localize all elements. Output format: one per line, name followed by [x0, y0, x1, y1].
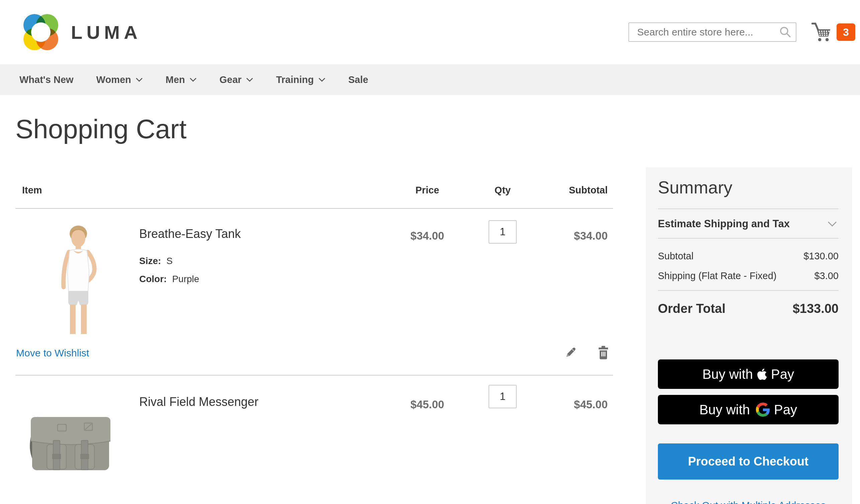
- product-name-link[interactable]: Rival Field Messenger: [139, 395, 258, 409]
- summary-shipping-value: $3.00: [814, 270, 838, 282]
- nav-item-women[interactable]: Women: [96, 74, 143, 85]
- nav-item-men[interactable]: Men: [166, 74, 197, 85]
- nav-item-label: Sale: [348, 74, 369, 85]
- buy-with-google-pay-button[interactable]: Buy with Pay: [658, 395, 838, 424]
- summary-subtotal-value: $130.00: [803, 251, 838, 262]
- minicart-button[interactable]: 3: [811, 22, 855, 42]
- cart-item-row: Rival Field Messenger $45.00 $45.00: [15, 375, 613, 504]
- chevron-down-icon: [135, 77, 143, 82]
- nav-item-label: Training: [276, 74, 314, 85]
- column-header-item: Item: [15, 185, 389, 196]
- nav-item-training[interactable]: Training: [276, 74, 326, 85]
- product-image-breathe-easy-tank[interactable]: [19, 220, 116, 335]
- estimate-shipping-toggle[interactable]: Estimate Shipping and Tax: [658, 209, 838, 238]
- product-photo-bag: [19, 385, 116, 504]
- item-subtotal: $45.00: [574, 398, 608, 411]
- nav-item-label: Women: [96, 74, 131, 85]
- nav-item-label: Men: [166, 74, 185, 85]
- qty-input[interactable]: [489, 220, 517, 244]
- item-subtotal: $34.00: [574, 230, 608, 242]
- qty-input[interactable]: [489, 385, 517, 408]
- trash-icon: [597, 345, 610, 359]
- column-header-price: Price: [389, 185, 466, 196]
- summary-subtotal-row: Subtotal $130.00: [658, 239, 838, 262]
- chevron-down-icon: [189, 77, 197, 82]
- nav-item-gear[interactable]: Gear: [219, 74, 253, 85]
- item-options: Size: S Color: Purple: [139, 256, 241, 285]
- pencil-icon: [564, 346, 577, 359]
- search-submit-button[interactable]: [779, 26, 792, 40]
- proceed-to-checkout-button[interactable]: Proceed to Checkout: [658, 443, 838, 479]
- multi-address-checkout-link[interactable]: Check Out with Multiple Addresses: [658, 500, 838, 504]
- buy-with-apple-pay-button[interactable]: Buy with Pay: [658, 359, 838, 389]
- order-total-value: $133.00: [793, 302, 838, 316]
- product-photo-tank: [19, 220, 116, 334]
- summary-title: Summary: [658, 177, 838, 198]
- chevron-down-icon: [318, 77, 326, 82]
- search-icon: [779, 26, 792, 39]
- product-name-link[interactable]: Breathe-Easy Tank: [139, 227, 241, 241]
- move-to-wishlist-link[interactable]: Move to Wishlist: [16, 347, 89, 359]
- item-actions-row: Move to Wishlist: [15, 335, 613, 375]
- summary-shipping-label: Shipping (Flat Rate - Fixed): [658, 270, 777, 282]
- search-box: [628, 23, 797, 42]
- cart-count-badge: 3: [836, 24, 855, 41]
- summary-subtotal-label: Subtotal: [658, 251, 693, 262]
- order-total-label: Order Total: [658, 302, 726, 316]
- main-nav: What's New Women Men Gear Training Sale: [0, 64, 860, 95]
- option-label: Color:: [139, 274, 167, 285]
- chevron-down-icon: [827, 221, 837, 227]
- option-value: S: [166, 256, 173, 267]
- luma-logo-icon: [19, 11, 62, 54]
- search-input[interactable]: [628, 23, 797, 42]
- nav-item-sale[interactable]: Sale: [348, 74, 369, 85]
- store-logo-link[interactable]: LUMA: [19, 11, 142, 54]
- nav-item-whats-new[interactable]: What's New: [19, 74, 74, 85]
- cart-item-row: Breathe-Easy Tank Size: S Color: Purple: [15, 209, 613, 335]
- column-header-subtotal: Subtotal: [540, 185, 613, 196]
- summary-shipping-row: Shipping (Flat Rate - Fixed) $3.00: [658, 262, 838, 282]
- item-price: $34.00: [411, 230, 444, 242]
- main-content: Shopping Cart Item Price Qty Subtotal: [0, 114, 860, 504]
- cart-icon: [811, 22, 832, 42]
- nav-item-label: What's New: [19, 74, 74, 85]
- remove-item-button[interactable]: [597, 345, 610, 361]
- cart-table-header: Item Price Qty Subtotal: [15, 167, 613, 209]
- estimate-shipping-label: Estimate Shipping and Tax: [658, 218, 790, 230]
- cart-summary-panel: Summary Estimate Shipping and Tax Subtot…: [646, 167, 852, 504]
- product-image-rival-field-messenger[interactable]: [19, 385, 116, 504]
- chevron-down-icon: [246, 77, 253, 82]
- order-total-row: Order Total $133.00: [658, 291, 838, 316]
- store-logo-text: LUMA: [71, 21, 142, 43]
- option-label: Size:: [139, 256, 161, 267]
- page-title: Shopping Cart: [15, 114, 852, 145]
- column-header-qty: Qty: [466, 185, 540, 196]
- site-header: LUMA 3: [0, 0, 860, 64]
- apple-logo-icon: [757, 368, 767, 380]
- item-price: $45.00: [411, 398, 444, 411]
- edit-item-button[interactable]: [564, 346, 577, 360]
- nav-item-label: Gear: [219, 74, 242, 85]
- cart-table: Item Price Qty Subtotal: [15, 167, 613, 504]
- option-value: Purple: [172, 274, 199, 285]
- google-logo-icon: [756, 403, 770, 417]
